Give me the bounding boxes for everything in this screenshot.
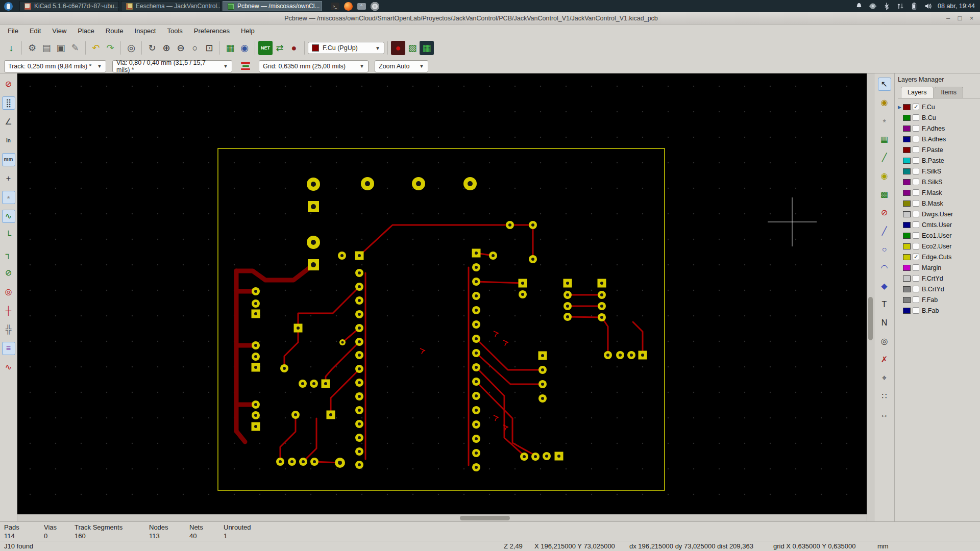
menu-file[interactable]: File [2, 26, 24, 36]
units-mm-icon[interactable]: mm [2, 153, 15, 166]
horizontal-scrollbar[interactable] [17, 514, 867, 521]
vertical-scrollbar-thumb[interactable] [868, 297, 873, 340]
layer-row-f-paste[interactable]: F.Paste [898, 144, 980, 155]
microwave-tools-icon[interactable]: ▨ [405, 41, 420, 55]
layer-visibility-checkbox[interactable] [913, 243, 919, 249]
zoom-fit-icon[interactable]: ○ [188, 41, 202, 55]
menu-edit[interactable]: Edit [24, 26, 46, 36]
layer-row-b-crtyd[interactable]: B.CrtYd [898, 284, 980, 294]
zoom-out-icon[interactable]: ⊖ [174, 41, 188, 55]
units-inch-icon[interactable]: in [2, 134, 15, 147]
layer-visibility-checkbox[interactable] [913, 211, 919, 217]
terminal-icon[interactable]: >_ [330, 1, 340, 11]
layer-row-eco1-user[interactable]: Eco1.User [898, 230, 980, 241]
vertical-scrollbar[interactable] [867, 73, 874, 521]
auto-track-width-icon[interactable] [238, 60, 253, 72]
horizontal-scrollbar-thumb[interactable] [460, 516, 510, 520]
layer-visibility-checkbox[interactable] [913, 232, 919, 239]
file-manager-icon[interactable]: ^ [356, 1, 366, 11]
redraw-icon[interactable]: ↻ [145, 41, 159, 55]
audio-player-icon[interactable] [370, 1, 380, 11]
via-display-mode-icon[interactable]: ┐ [2, 247, 15, 261]
layer-row-b-adhes[interactable]: B.Adhes [898, 134, 980, 144]
layer-visibility-checkbox[interactable]: ✓ [913, 104, 919, 110]
add-graphic-line-icon[interactable]: ╱ [878, 224, 891, 238]
menu-preferences[interactable]: Preferences [188, 26, 235, 36]
redo-icon[interactable]: ↷ [103, 41, 117, 55]
delete-tool-icon[interactable]: ✗ [878, 353, 891, 366]
route-tracks-icon[interactable]: ╱ [878, 151, 891, 164]
pcb-editor-canvas[interactable] [17, 73, 867, 514]
layer-visibility-checkbox[interactable] [913, 307, 919, 314]
layer-select[interactable]: F.Cu (PgUp)▼ [308, 42, 384, 54]
window-titlebar[interactable]: Pcbnew — /miscosas/ownCloud/SmartOpenLab… [0, 12, 980, 24]
layer-visibility-checkbox[interactable] [913, 296, 919, 303]
close-button[interactable]: × [966, 14, 977, 23]
save-icon[interactable]: ↓ [4, 41, 18, 55]
add-via-icon[interactable]: ◉ [878, 169, 891, 183]
footprint-mode-icon[interactable]: ▦ [223, 41, 237, 55]
board-setup-icon[interactable]: ⚙ [25, 41, 39, 55]
grid-select[interactable]: Grid: 0,6350 mm (25,00 mils) ▼ [259, 60, 369, 72]
pads-sketch-icon[interactable]: ╬ [2, 323, 15, 336]
plot-icon[interactable]: ✎ [68, 41, 82, 55]
layer-row-b-cu[interactable]: B.Cu [898, 112, 980, 123]
print-icon[interactable]: ▣ [54, 41, 68, 55]
layer-row-b-mask[interactable]: B.Mask [898, 198, 980, 209]
bluetooth-icon[interactable] [883, 2, 891, 10]
volume-icon[interactable] [924, 2, 932, 10]
high-contrast-icon[interactable]: ≡ [2, 342, 15, 355]
select-tool-icon[interactable]: ↖ [878, 78, 891, 91]
layer-visibility-checkbox[interactable] [913, 189, 919, 196]
layer-row-margin[interactable]: Margin [898, 262, 980, 273]
tab-items[interactable]: Items [935, 87, 964, 98]
load-netlist-icon[interactable]: NET [258, 41, 273, 55]
cursor-style-icon[interactable]: + [2, 172, 15, 185]
add-graphic-circle-icon[interactable]: ○ [878, 243, 891, 256]
zoom-select[interactable]: Zoom Auto ▼ [375, 60, 428, 72]
taskbar-window-pcbnew[interactable]: Pcbnew — /miscosas/ownCl... [223, 1, 322, 11]
layer-row-edge-cuts[interactable]: ✓Edge.Cuts [898, 252, 980, 262]
drc-icon[interactable]: ● [287, 41, 301, 55]
tracks-sketch-icon[interactable]: ┼ [2, 304, 15, 317]
track-width-select[interactable]: Track: 0,250 mm (9,84 mils) * ▼ [4, 60, 106, 72]
page-settings-icon[interactable]: ▤ [39, 41, 54, 55]
notifications-icon[interactable] [855, 2, 863, 10]
add-keepout-icon[interactable]: ⊘ [878, 206, 891, 219]
drc-off-icon[interactable]: ⊘ [2, 78, 15, 91]
add-text-icon[interactable]: T [878, 298, 891, 311]
layer-row-f-mask[interactable]: F.Mask [898, 187, 980, 198]
network-icon[interactable] [896, 2, 904, 10]
menu-view[interactable]: View [46, 26, 72, 36]
firefox-icon[interactable] [343, 1, 353, 11]
3d-viewer-icon[interactable]: ▦ [420, 41, 434, 55]
layer-visibility-checkbox[interactable] [913, 125, 919, 132]
add-graphic-arc-icon[interactable]: ◠ [878, 261, 891, 274]
add-graphic-polygon-icon[interactable]: ◆ [878, 280, 891, 293]
maximize-button[interactable]: □ [954, 14, 966, 23]
layer-row-f-crtyd[interactable]: F.CrtYd [898, 273, 980, 284]
taskbar-window-eeschema[interactable]: Eeschema — JackVanControl... [121, 1, 220, 11]
layer-row-cmts-user[interactable]: Cmts.User [898, 219, 980, 230]
layer-visibility-checkbox[interactable] [913, 286, 919, 292]
menu-route[interactable]: Route [100, 26, 129, 36]
applications-menu-icon[interactable] [4, 2, 13, 11]
menu-inspect[interactable]: Inspect [129, 26, 162, 36]
footprint-viewer-icon[interactable]: ◉ [237, 41, 252, 55]
layer-row-f-cu[interactable]: ▶✓F.Cu [898, 102, 980, 112]
layer-row-b-paste[interactable]: B.Paste [898, 155, 980, 166]
minimize-button[interactable]: – [942, 14, 954, 23]
layer-row-b-silks[interactable]: B.SilkS [898, 177, 980, 187]
layer-row-f-silks[interactable]: F.SilkS [898, 166, 980, 177]
add-target-icon[interactable]: ◎ [878, 335, 891, 348]
layer-visibility-checkbox[interactable] [913, 168, 919, 174]
zones-display-off-icon[interactable]: ⊘ [2, 266, 15, 280]
grid-origin-icon[interactable]: ∷ [878, 390, 891, 403]
find-icon[interactable]: ◎ [124, 41, 138, 55]
zoom-in-icon[interactable]: ⊕ [159, 41, 174, 55]
routing-options-icon[interactable]: ∿ [2, 361, 15, 374]
input-method-icon[interactable] [869, 2, 877, 10]
taskbar-window-kicad[interactable]: KiCad 5.1.6-c6e7f7d~87~ubu... [19, 1, 119, 11]
drill-origin-icon[interactable]: ⌖ [878, 371, 891, 385]
layer-visibility-checkbox[interactable] [913, 136, 919, 142]
